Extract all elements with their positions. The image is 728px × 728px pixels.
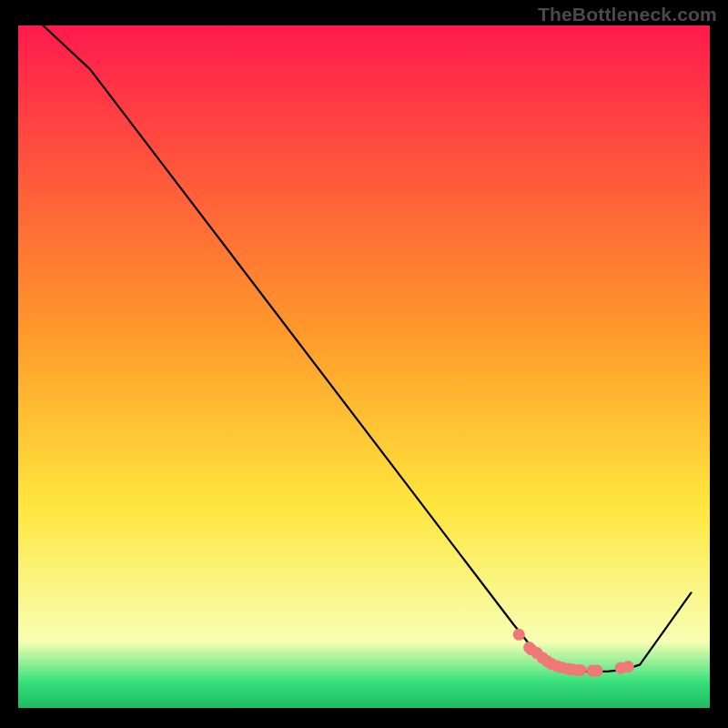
- gradient-panel: [18, 25, 710, 710]
- curve-marker: [574, 664, 586, 676]
- curve-marker: [592, 665, 603, 677]
- watermark-text: TheBottleneck.com: [538, 4, 717, 25]
- curve-marker: [513, 629, 525, 641]
- panel-bottom-edge: [18, 708, 710, 710]
- bottleneck-chart: [0, 0, 728, 728]
- curve-marker: [622, 661, 634, 672]
- chart-stage: TheBottleneck.com: [0, 0, 728, 728]
